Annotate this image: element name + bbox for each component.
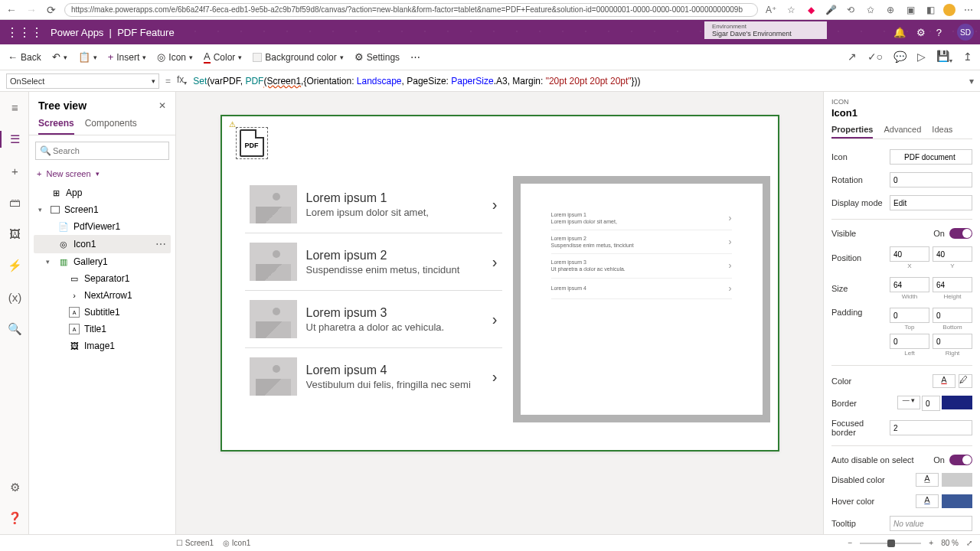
url-bar[interactable]: https://make.powerapps.com/e/6b6a24f7-6e… xyxy=(64,3,758,17)
rail-hamburger-icon[interactable]: ≡ xyxy=(0,99,28,116)
paste-button[interactable]: 📋▾ xyxy=(78,51,97,63)
settings-gear-icon[interactable]: ⚙ xyxy=(916,27,926,38)
icon-value-input[interactable] xyxy=(890,149,972,165)
rail-search-icon[interactable]: 🔍 xyxy=(0,321,28,337)
formula-input[interactable]: Set(varPDF, PDF(Screen1,{Orientation: La… xyxy=(193,76,963,86)
tree-item-icon1[interactable]: ◎Icon1⋯ xyxy=(34,235,171,253)
display-mode-input[interactable] xyxy=(890,195,972,210)
rail-ask-icon[interactable]: ❓ xyxy=(6,510,22,527)
color-swatch[interactable]: 🖊 xyxy=(959,374,972,388)
user-avatar[interactable]: SD xyxy=(957,24,974,41)
visible-toggle[interactable] xyxy=(949,228,972,239)
border-width-input[interactable] xyxy=(922,396,940,411)
icon-button[interactable]: ◎Icon▾ xyxy=(157,51,193,63)
toolbar-overflow[interactable]: ⋯ xyxy=(410,51,420,63)
environment-picker[interactable]: Environment Sigar Dave's Environment xyxy=(704,21,827,39)
collections-icon[interactable]: ⊕ xyxy=(884,5,897,15)
zoom-slider[interactable] xyxy=(860,543,921,544)
tree-item-app[interactable]: ⊞App xyxy=(34,184,171,201)
tree-item-subtitle1[interactable]: ASubtitle1 xyxy=(34,304,171,321)
gallery-item[interactable]: Lorem ipsum 3Ut pharetra a dolor ac vehi… xyxy=(245,291,502,348)
waffle-icon[interactable]: ⋮⋮⋮ xyxy=(6,25,43,40)
disabled-color-picker[interactable]: A xyxy=(916,473,939,487)
tree-item-nextarrow1[interactable]: ›NextArrow1 xyxy=(34,287,171,304)
rotation-input[interactable] xyxy=(890,172,972,187)
back-icon[interactable]: ← xyxy=(5,4,18,16)
sync-icon[interactable]: ⟲ xyxy=(844,5,858,15)
back-button[interactable]: ←Back xyxy=(8,51,41,63)
ext-icon-2[interactable]: ▣ xyxy=(903,5,917,15)
pdf-preview-control[interactable]: Lorem ipsum 1Lorem ipsum dolor sit amet,… xyxy=(513,176,770,422)
rail-insert-icon[interactable]: + xyxy=(0,163,28,179)
tab-advanced[interactable]: Advanced xyxy=(884,125,921,139)
pad-right-input[interactable] xyxy=(933,334,972,349)
ext-icon-1[interactable]: ◆ xyxy=(804,5,818,15)
tree-item-separator1[interactable]: ▭Separator1 xyxy=(34,270,171,287)
insert-button[interactable]: +Insert▾ xyxy=(108,51,147,63)
bgcolor-button[interactable]: Background color▾ xyxy=(253,52,343,63)
tab-screens[interactable]: Screens xyxy=(38,118,74,135)
auto-disable-toggle[interactable] xyxy=(949,455,972,465)
tab-properties[interactable]: Properties xyxy=(831,125,873,139)
pos-y-input[interactable] xyxy=(933,246,972,262)
focused-border-input[interactable] xyxy=(890,420,972,435)
tree-item-image1[interactable]: 🖼Image1 xyxy=(34,337,171,354)
checker-icon[interactable]: ✓○ xyxy=(867,51,883,63)
mic-icon[interactable]: 🎤 xyxy=(824,5,838,15)
rail-flow-icon[interactable]: ⚡ xyxy=(0,257,28,274)
text-size-icon[interactable]: A⁺ xyxy=(764,5,778,15)
formula-expand-icon[interactable]: ▾ xyxy=(969,76,974,86)
height-input[interactable] xyxy=(933,277,972,292)
chevron-right-icon[interactable]: › xyxy=(492,253,498,271)
ext-icon-3[interactable]: ◧ xyxy=(923,5,937,15)
undo-button[interactable]: ↶▾ xyxy=(52,51,67,63)
gallery-item[interactable]: Lorem ipsum 4Vestibulum dui felis, fring… xyxy=(245,348,502,405)
width-input[interactable] xyxy=(890,277,929,292)
chevron-right-icon[interactable]: › xyxy=(492,368,498,386)
rail-settings-icon[interactable]: ⚙ xyxy=(6,479,22,496)
gallery-control[interactable]: Lorem ipsum 1Lorem ipsum dolor sit amet,… xyxy=(245,176,502,413)
rail-media-icon[interactable]: 🖼 xyxy=(0,226,28,242)
refresh-icon[interactable]: ⟳ xyxy=(44,4,58,16)
pos-x-input[interactable] xyxy=(890,246,929,262)
color-picker[interactable]: A xyxy=(933,374,956,388)
pdf-icon-control[interactable] xyxy=(236,127,268,159)
tree-search-input[interactable] xyxy=(35,142,169,160)
chevron-right-icon[interactable]: › xyxy=(492,311,498,328)
profile-avatar-icon[interactable] xyxy=(943,4,956,16)
rail-data-icon[interactable]: 🗃 xyxy=(0,194,28,210)
pad-left-input[interactable] xyxy=(890,334,929,349)
border-style-picker[interactable]: — ▾ xyxy=(897,396,920,409)
pad-bottom-input[interactable] xyxy=(933,308,972,323)
tab-ideas[interactable]: Ideas xyxy=(932,125,952,139)
publish-icon[interactable]: ↥ xyxy=(963,51,972,63)
tree-item-title1[interactable]: ATitle1 xyxy=(34,321,171,337)
notifications-icon[interactable]: 🔔 xyxy=(893,27,906,38)
more-icon[interactable]: ⋯ xyxy=(962,5,975,15)
save-icon[interactable]: 💾▾ xyxy=(936,50,952,64)
chevron-right-icon[interactable]: › xyxy=(492,196,498,214)
tree-item-pdfviewer1[interactable]: 📄PdfViewer1 xyxy=(34,218,171,235)
pad-top-input[interactable] xyxy=(890,308,929,323)
favorite-icon[interactable]: ✩ xyxy=(864,5,877,15)
gallery-item[interactable]: Lorem ipsum 2Suspendisse enim metus, tin… xyxy=(245,233,502,291)
canvas-screen1[interactable]: Lorem ipsum 1Lorem ipsum dolor sit amet,… xyxy=(220,115,779,452)
hover-swatch[interactable] xyxy=(942,494,972,508)
property-selector[interactable]: OnSelect▾ xyxy=(6,73,159,89)
fit-icon[interactable]: ⤢ xyxy=(966,539,972,547)
settings-button[interactable]: ⚙Settings xyxy=(354,51,400,63)
hover-color-picker[interactable]: A xyxy=(916,494,939,508)
rail-variables-icon[interactable]: (x) xyxy=(0,289,28,305)
star-icon[interactable]: ☆ xyxy=(784,5,798,15)
color-button[interactable]: AColor▾ xyxy=(204,51,242,64)
zoom-in-icon[interactable]: + xyxy=(929,539,933,547)
help-icon[interactable]: ? xyxy=(936,27,942,38)
tooltip-input[interactable] xyxy=(890,516,972,531)
tree-item-gallery1[interactable]: ▾▥Gallery1 xyxy=(34,253,171,270)
tree-item-screen1[interactable]: ▾Screen1 xyxy=(34,201,171,218)
border-color-swatch[interactable] xyxy=(942,396,972,409)
disabled-swatch[interactable] xyxy=(942,473,972,487)
fx-icon[interactable]: fx▾ xyxy=(177,74,187,86)
close-icon[interactable]: ✕ xyxy=(158,100,166,111)
rail-tree-icon[interactable]: ☰ xyxy=(0,131,28,148)
